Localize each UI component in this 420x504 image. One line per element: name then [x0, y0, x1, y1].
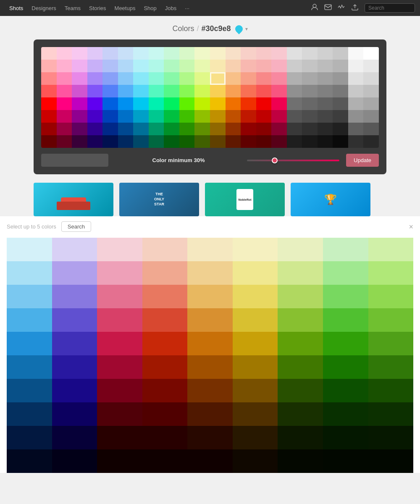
- big-color-cell[interactable]: [7, 379, 52, 402]
- swatch-cell[interactable]: [287, 135, 302, 148]
- big-color-cell[interactable]: [97, 379, 142, 402]
- swatch-cell[interactable]: [363, 110, 379, 123]
- swatch-cell[interactable]: [302, 72, 318, 85]
- big-color-cell[interactable]: [233, 426, 278, 449]
- swatch-cell[interactable]: [179, 123, 195, 135]
- swatch-cell[interactable]: [102, 72, 118, 85]
- shot-thumbnail-1[interactable]: [34, 183, 113, 216]
- swatch-cell[interactable]: [287, 47, 302, 60]
- swatch-cell[interactable]: [194, 110, 210, 123]
- big-color-cell[interactable]: [368, 238, 414, 261]
- swatch-cell[interactable]: [149, 85, 164, 97]
- swatch-cell[interactable]: [179, 135, 195, 148]
- big-color-cell[interactable]: [368, 449, 414, 473]
- lower-search-button[interactable]: Search: [61, 221, 91, 232]
- big-color-cell[interactable]: [7, 308, 52, 332]
- swatch-cell[interactable]: [149, 123, 164, 135]
- swatch-cell[interactable]: [226, 72, 241, 85]
- big-color-cell[interactable]: [187, 426, 233, 449]
- big-color-cell[interactable]: [142, 355, 188, 379]
- swatch-cell[interactable]: [164, 135, 179, 148]
- swatch-cell[interactable]: [241, 123, 256, 135]
- nav-shots[interactable]: Shots: [5, 5, 27, 11]
- nav-more[interactable]: ···: [181, 5, 194, 11]
- swatch-cell[interactable]: [333, 85, 348, 97]
- swatch-cell[interactable]: [302, 85, 318, 97]
- swatch-cell[interactable]: [348, 60, 364, 72]
- big-color-cell[interactable]: [323, 285, 368, 308]
- big-color-cell[interactable]: [97, 261, 142, 285]
- big-color-cell[interactable]: [323, 261, 368, 285]
- big-color-cell[interactable]: [97, 355, 142, 379]
- swatch-cell[interactable]: [118, 97, 134, 110]
- profile-icon[interactable]: [311, 3, 318, 13]
- big-color-cell[interactable]: [52, 308, 97, 332]
- nav-shop[interactable]: Shop: [139, 5, 160, 11]
- swatch-cell[interactable]: [87, 135, 103, 148]
- swatch-cell[interactable]: [41, 123, 57, 135]
- big-color-cell[interactable]: [97, 285, 142, 308]
- swatch-cell[interactable]: [102, 110, 118, 123]
- swatch-cell[interactable]: [333, 97, 348, 110]
- swatch-cell[interactable]: [133, 123, 149, 135]
- color-drop-icon[interactable]: [234, 24, 244, 34]
- swatch-cell[interactable]: [102, 47, 118, 60]
- big-color-cell[interactable]: [7, 332, 52, 355]
- swatch-cell[interactable]: [363, 85, 379, 97]
- shot-thumbnail-3[interactable]: NobleRot: [205, 183, 285, 216]
- swatch-cell[interactable]: [179, 110, 195, 123]
- swatch-cell[interactable]: [87, 85, 103, 97]
- upload-icon[interactable]: [351, 4, 359, 12]
- swatch-cell[interactable]: [72, 72, 87, 85]
- big-color-cell[interactable]: [187, 379, 233, 402]
- big-color-cell[interactable]: [187, 355, 233, 379]
- big-color-cell[interactable]: [323, 238, 368, 261]
- swatch-cell[interactable]: [302, 60, 318, 72]
- swatch-cell[interactable]: [333, 60, 348, 72]
- swatch-cell[interactable]: [41, 97, 57, 110]
- swatch-cell[interactable]: [164, 85, 179, 97]
- swatch-cell[interactable]: [318, 60, 333, 72]
- swatch-cell[interactable]: [102, 60, 118, 72]
- big-color-cell[interactable]: [142, 449, 188, 473]
- big-color-cell[interactable]: [52, 426, 97, 449]
- big-color-cell[interactable]: [278, 285, 323, 308]
- swatch-cell[interactable]: [363, 123, 379, 135]
- swatch-cell[interactable]: [133, 110, 149, 123]
- swatch-cell[interactable]: [256, 47, 272, 60]
- big-color-cell[interactable]: [97, 402, 142, 426]
- swatch-cell[interactable]: [271, 85, 287, 97]
- big-color-cell[interactable]: [142, 285, 188, 308]
- swatch-cell[interactable]: [271, 47, 287, 60]
- swatch-cell[interactable]: [241, 110, 256, 123]
- big-color-cell[interactable]: [278, 308, 323, 332]
- big-color-cell[interactable]: [97, 238, 142, 261]
- swatch-cell[interactable]: [271, 97, 287, 110]
- swatch-cell[interactable]: [194, 135, 210, 148]
- big-color-cell[interactable]: [52, 355, 97, 379]
- swatch-cell[interactable]: [57, 60, 72, 72]
- big-color-cell[interactable]: [233, 379, 278, 402]
- big-color-cell[interactable]: [323, 332, 368, 355]
- swatch-cell[interactable]: [226, 85, 241, 97]
- swatch-cell[interactable]: [226, 97, 241, 110]
- swatch-cell[interactable]: [41, 110, 57, 123]
- swatch-cell[interactable]: [72, 85, 87, 97]
- swatch-cell[interactable]: [72, 97, 87, 110]
- swatch-cell[interactable]: [363, 47, 379, 60]
- swatch-cell[interactable]: [102, 97, 118, 110]
- swatch-cell[interactable]: [241, 60, 256, 72]
- big-color-cell[interactable]: [323, 308, 368, 332]
- swatch-cell[interactable]: [333, 72, 348, 85]
- swatch-cell[interactable]: [194, 123, 210, 135]
- swatch-cell[interactable]: [194, 72, 210, 85]
- swatch-cell[interactable]: [133, 135, 149, 148]
- swatch-cell[interactable]: [149, 47, 164, 60]
- swatch-cell[interactable]: [41, 85, 57, 97]
- color-slider[interactable]: [247, 160, 339, 161]
- big-color-cell[interactable]: [7, 355, 52, 379]
- big-color-cell[interactable]: [97, 449, 142, 473]
- swatch-cell[interactable]: [287, 85, 302, 97]
- swatch-cell[interactable]: [226, 110, 241, 123]
- swatch-cell[interactable]: [179, 72, 195, 85]
